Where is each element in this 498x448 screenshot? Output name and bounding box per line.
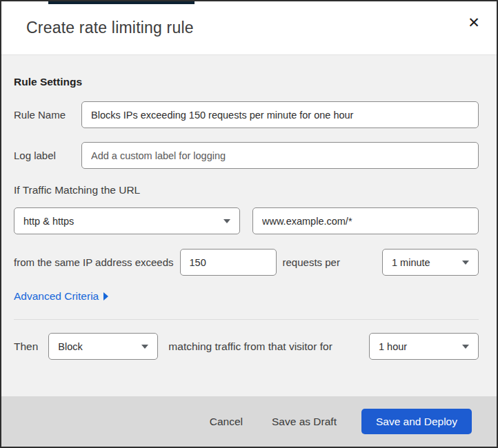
chevron-down-icon bbox=[141, 345, 148, 349]
period-select[interactable]: 1 minute bbox=[382, 249, 479, 276]
scheme-select-value: http & https bbox=[23, 216, 74, 227]
traffic-match-heading: If Traffic Matching the URL bbox=[14, 184, 479, 196]
rule-settings-heading: Rule Settings bbox=[14, 76, 479, 88]
dialog-footer: Cancel Save as Draft Save and Deploy bbox=[1, 396, 497, 447]
duration-select[interactable]: 1 hour bbox=[369, 333, 479, 360]
save-as-draft-button[interactable]: Save as Draft bbox=[261, 410, 348, 434]
dialog-title: Create rate limiting rule bbox=[26, 19, 194, 37]
rule-name-input[interactable] bbox=[81, 101, 479, 128]
log-label-input[interactable] bbox=[81, 142, 479, 169]
threshold-prefix-text: from the same IP address exceeds bbox=[14, 256, 174, 268]
section-divider bbox=[14, 319, 479, 320]
rule-name-label: Rule Name bbox=[14, 109, 81, 121]
rule-name-row: Rule Name bbox=[14, 101, 479, 128]
action-row: Then Block matching traffic from that vi… bbox=[14, 333, 479, 360]
url-pattern-input[interactable] bbox=[252, 207, 479, 234]
chevron-down-icon bbox=[223, 219, 230, 223]
log-label-row: Log label bbox=[14, 142, 479, 169]
threshold-unit-text: requests per bbox=[283, 256, 340, 268]
dialog-header: Create rate limiting rule ✕ bbox=[1, 1, 497, 55]
request-count-input[interactable] bbox=[180, 249, 277, 276]
duration-select-value: 1 hour bbox=[379, 341, 407, 352]
action-select[interactable]: Block bbox=[48, 333, 158, 360]
close-icon[interactable]: ✕ bbox=[462, 11, 486, 34]
chevron-down-icon bbox=[462, 345, 469, 349]
dialog-body: Rule Settings Rule Name Log label If Tra… bbox=[1, 55, 497, 396]
cancel-button[interactable]: Cancel bbox=[199, 410, 254, 434]
chevron-down-icon bbox=[462, 261, 469, 265]
then-label: Then bbox=[14, 340, 38, 353]
scheme-select[interactable]: http & https bbox=[14, 207, 240, 234]
advanced-criteria-link[interactable]: Advanced Criteria bbox=[14, 290, 108, 303]
expand-right-icon bbox=[103, 292, 108, 301]
save-and-deploy-button[interactable]: Save and Deploy bbox=[361, 409, 472, 434]
url-match-row: http & https bbox=[14, 207, 479, 234]
background-page-edge bbox=[48, 1, 195, 4]
create-rate-limiting-rule-dialog: Create rate limiting rule ✕ Rule Setting… bbox=[0, 0, 498, 448]
threshold-row: from the same IP address exceeds request… bbox=[14, 249, 479, 276]
action-middle-text: matching traffic from that visitor for bbox=[168, 340, 332, 353]
advanced-criteria-label: Advanced Criteria bbox=[14, 290, 99, 303]
log-label-label: Log label bbox=[14, 150, 81, 161]
action-select-value: Block bbox=[58, 341, 82, 352]
period-select-value: 1 minute bbox=[392, 257, 430, 268]
